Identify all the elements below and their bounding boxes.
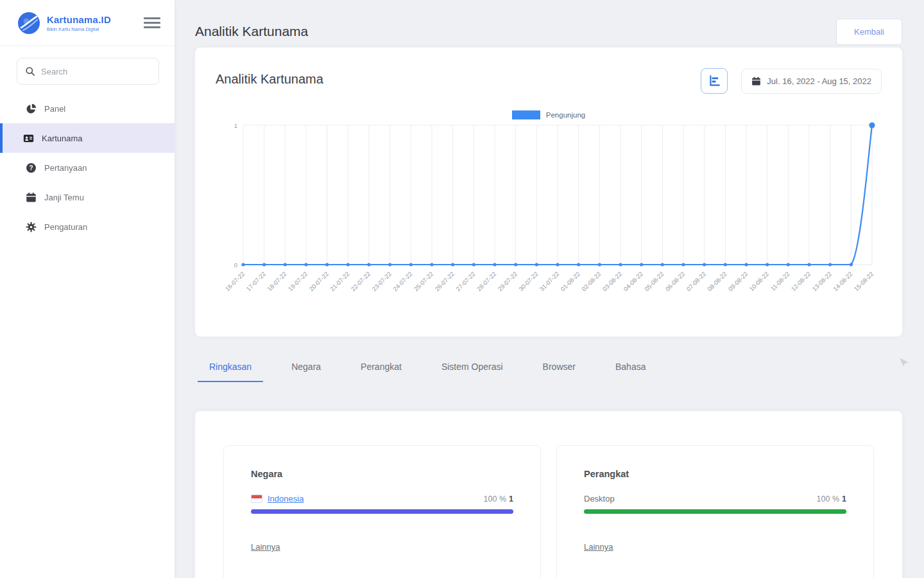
svg-text:22-07-22: 22-07-22 [350,270,372,293]
svg-text:19-07-22: 19-07-22 [287,270,309,293]
progress-bar [251,509,513,514]
tab-bar: Ringkasan Negara Perangkat Sistem Operas… [195,356,902,382]
analytics-chart-card: Analitik Kartunama Ju [195,48,902,337]
calendar-icon [26,192,37,203]
brand-title: Kartunama.ID [47,14,144,25]
device-label: Desktop [584,494,615,504]
legend-label: Pengunjung [546,111,585,119]
tab-bahasa[interactable]: Bahasa [604,356,657,382]
svg-text:27-07-22: 27-07-22 [454,270,477,293]
svg-text:24-07-22: 24-07-22 [391,270,414,293]
date-range-value: Jul. 16, 2022 - Aug 15, 2022 [767,76,871,86]
stat-card-title: Negara [251,469,513,479]
progress-bar [584,509,846,514]
sidebar: Kartunama.ID Bikin Kartu Nama Digital Pa… [0,0,175,578]
sidebar-item-pengaturan[interactable]: Pengaturan [0,212,175,241]
legend-swatch [512,110,540,119]
svg-text:29-07-22: 29-07-22 [496,270,518,293]
svg-text:?: ? [29,164,33,171]
svg-text:26-07-22: 26-07-22 [433,270,456,293]
svg-text:12-08-22: 12-08-22 [790,270,812,293]
indonesia-flag-icon [251,495,262,503]
svg-text:08-08-22: 08-08-22 [706,270,728,293]
stat-row: Indonesia 100 %1 [251,494,513,504]
brand-tagline: Bikin Kartu Nama Digital [47,26,144,32]
svg-text:0: 0 [234,261,237,268]
stat-value: 100 %1 [484,495,513,504]
sidebar-item-label: Pengaturan [44,222,87,232]
sidebar-item-pertanyaan[interactable]: ? Pertanyaan [0,153,175,182]
search-icon [25,66,35,76]
sidebar-item-kartunama[interactable]: Kartunama [0,123,175,153]
sidebar-item-label: Janji Temu [44,193,84,202]
svg-text:31-07-22: 31-07-22 [538,270,561,293]
tab-negara[interactable]: Negara [280,356,332,382]
stat-card-title: Perangkat [584,469,846,479]
svg-text:16-07-22: 16-07-22 [224,270,246,293]
search-input[interactable] [41,67,151,76]
stat-row: Desktop 100 %1 [584,494,846,504]
summary-section: Negara Indonesia 100 %1 Lainnya Perangka… [195,411,902,578]
tab-perangkat[interactable]: Perangkat [349,356,413,382]
panel-pie-icon [26,103,37,114]
chart-legend: Pengunjung [216,110,882,119]
svg-text:07-08-22: 07-08-22 [685,270,707,293]
question-icon: ? [26,162,37,173]
svg-text:17-07-22: 17-07-22 [244,270,267,293]
country-link[interactable]: Indonesia [268,494,304,504]
main-content: Analitik Kartunama Kembali Analitik Kart… [175,0,924,578]
svg-text:23-07-22: 23-07-22 [370,270,393,293]
date-range-picker[interactable]: Jul. 16, 2022 - Aug 15, 2022 [741,69,882,94]
svg-text:14-08-22: 14-08-22 [832,270,854,293]
negara-card: Negara Indonesia 100 %1 Lainnya [223,445,541,578]
calendar-icon [751,76,761,86]
svg-text:20-07-22: 20-07-22 [307,270,330,293]
bar-chart-icon [708,74,721,87]
svg-text:09-08-22: 09-08-22 [727,270,749,293]
perangkat-card: Perangkat Desktop 100 %1 Lainnya [556,445,874,578]
more-link[interactable]: Lainnya [251,542,280,552]
svg-text:21-07-22: 21-07-22 [329,270,351,293]
svg-text:15-08-22: 15-08-22 [853,270,875,293]
search-box[interactable] [17,58,159,85]
stat-value: 100 %1 [817,495,846,504]
tab-sistem-operasi[interactable]: Sistem Operasi [430,356,515,382]
page-title: Analitik Kartunama [195,24,308,39]
svg-text:28-07-22: 28-07-22 [475,270,498,293]
svg-text:11-08-22: 11-08-22 [769,270,791,292]
back-button[interactable]: Kembali [836,19,902,45]
tab-ringkasan[interactable]: Ringkasan [198,356,263,382]
hamburger-menu-icon[interactable] [144,17,160,28]
sidebar-item-panel[interactable]: Panel [0,94,175,123]
svg-text:05-08-22: 05-08-22 [643,270,665,293]
svg-text:06-08-22: 06-08-22 [664,270,687,293]
svg-text:04-08-22: 04-08-22 [622,270,644,293]
sidebar-item-janji-temu[interactable]: Janji Temu [0,182,175,212]
gear-icon [26,222,37,232]
svg-text:02-08-22: 02-08-22 [580,270,603,293]
sidebar-nav: Panel Kartunama ? Pertanyaan [0,94,175,241]
svg-text:01-08-22: 01-08-22 [559,270,581,293]
svg-text:25-07-22: 25-07-22 [413,270,435,293]
sidebar-item-label: Kartunama [42,134,83,143]
svg-text:30-07-22: 30-07-22 [517,270,540,293]
svg-text:03-08-22: 03-08-22 [601,270,624,293]
card-icon [23,133,34,144]
more-link[interactable]: Lainnya [584,542,613,552]
tab-browser[interactable]: Browser [531,356,587,382]
sidebar-item-label: Panel [44,104,65,114]
svg-text:13-08-22: 13-08-22 [810,270,833,293]
svg-text:18-07-22: 18-07-22 [266,270,288,293]
chart-card-title: Analitik Kartunama [216,68,323,87]
logo: Kartunama.ID Bikin Kartu Nama Digital [0,0,175,46]
svg-text:1: 1 [234,122,237,129]
svg-text:10-08-22: 10-08-22 [748,270,770,293]
line-chart: 0116-07-2217-07-2218-07-2219-07-2220-07-… [216,121,884,308]
sidebar-item-label: Pertanyaan [44,163,87,173]
brand-logo-icon [17,11,41,35]
chart-type-button[interactable] [701,68,728,94]
